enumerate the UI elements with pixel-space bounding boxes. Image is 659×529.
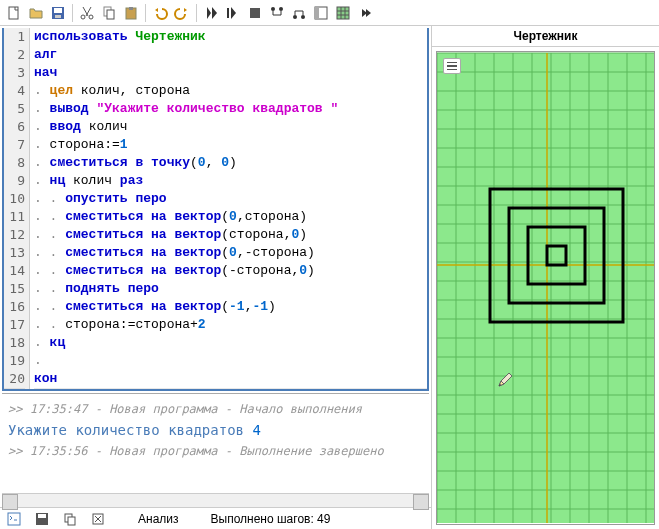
horizontal-scrollbar[interactable] <box>2 493 429 507</box>
step-over-icon[interactable] <box>289 3 309 23</box>
svg-rect-0 <box>9 7 18 19</box>
status-steps: Выполнено шагов: 49 <box>211 512 331 526</box>
svg-point-13 <box>279 7 283 11</box>
step-into-icon[interactable] <box>267 3 287 23</box>
console-output: >> 17:35:47 - Новая программа - Начало в… <box>2 393 429 493</box>
svg-rect-3 <box>55 15 61 18</box>
clear-small-icon[interactable] <box>90 511 106 527</box>
copy-icon[interactable] <box>99 3 119 23</box>
canvas-title: Чертежник <box>432 26 659 47</box>
run-icon[interactable] <box>201 3 221 23</box>
svg-rect-25 <box>38 514 46 518</box>
run-step-icon[interactable] <box>223 3 243 23</box>
svg-rect-9 <box>129 7 133 10</box>
paste-icon[interactable] <box>121 3 141 23</box>
layout-2-icon[interactable] <box>333 3 353 23</box>
cut-icon[interactable] <box>77 3 97 23</box>
svg-rect-11 <box>250 8 260 18</box>
svg-rect-18 <box>337 7 349 19</box>
terminal-icon[interactable] <box>6 511 22 527</box>
svg-point-15 <box>301 15 305 19</box>
copy-small-icon[interactable] <box>62 511 78 527</box>
save-file-icon[interactable] <box>48 3 68 23</box>
log-line: >> 17:35:56 - Новая программа - Выполнен… <box>8 444 423 458</box>
canvas-svg <box>437 52 654 524</box>
save-small-icon[interactable] <box>34 511 50 527</box>
svg-rect-23 <box>8 513 20 525</box>
status-analysis: Анализ <box>138 512 179 526</box>
svg-rect-27 <box>68 517 75 525</box>
main-toolbar <box>0 0 659 26</box>
stop-icon[interactable] <box>245 3 265 23</box>
line-gutter: 1234567891011121314151617181920212223 <box>4 28 30 389</box>
layout-1-icon[interactable] <box>311 3 331 23</box>
svg-rect-17 <box>315 7 319 19</box>
undo-icon[interactable] <box>150 3 170 23</box>
pen-icon <box>497 370 515 388</box>
svg-point-5 <box>89 15 93 19</box>
code-editor[interactable]: 1234567891011121314151617181920212223 ис… <box>2 28 429 391</box>
drawing-canvas[interactable] <box>436 51 655 525</box>
status-bar: Анализ Выполнено шагов: 49 <box>0 507 431 529</box>
redo-icon[interactable] <box>172 3 192 23</box>
prompt-line: Укажите количество квадратов 4 <box>8 422 423 438</box>
open-file-icon[interactable] <box>26 3 46 23</box>
canvas-menu-icon[interactable] <box>443 58 461 74</box>
more-icon[interactable] <box>355 3 375 23</box>
svg-rect-10 <box>227 8 229 18</box>
svg-point-12 <box>271 7 275 11</box>
svg-point-14 <box>293 15 297 19</box>
svg-point-4 <box>81 15 85 19</box>
svg-rect-2 <box>54 8 62 13</box>
new-file-icon[interactable] <box>4 3 24 23</box>
log-line: >> 17:35:47 - Новая программа - Начало в… <box>8 402 423 416</box>
code-area[interactable]: использовать Чертежникалгнач. цел колич,… <box>30 28 427 389</box>
svg-rect-7 <box>107 10 114 19</box>
